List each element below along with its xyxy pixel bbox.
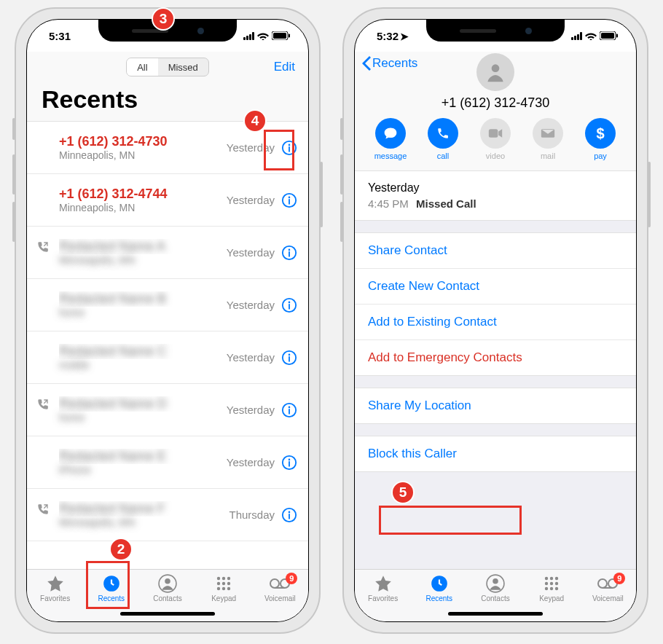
home-indicator[interactable] — [448, 612, 543, 616]
svg-point-31 — [222, 577, 225, 580]
volume-down — [12, 202, 15, 242]
recents-row-subtitle: Minneapolis, MN — [59, 517, 229, 528]
recents-row[interactable]: Redacted Name CmobileYesterday — [27, 331, 308, 384]
svg-rect-14 — [289, 304, 290, 309]
phone-mock-left: 5:31 All Missed Edit Recents +1 (612) 31… — [15, 7, 321, 634]
tab-label: Voicemail — [592, 594, 624, 602]
svg-rect-2 — [289, 34, 290, 38]
recents-list[interactable]: +1 (612) 312-4730Minneapolis, MNYesterda… — [27, 122, 308, 569]
svg-rect-23 — [289, 461, 290, 466]
add-emergency-contact-button[interactable]: Add to Emergency Contacts — [355, 340, 636, 375]
annotation-badge-2: 2 — [109, 538, 133, 561]
segment-missed[interactable]: Missed — [158, 58, 208, 76]
recents-row[interactable]: Redacted Name EiPhoneYesterday — [27, 436, 308, 489]
tab-voicemail[interactable]: Voicemail 9 — [256, 574, 303, 621]
svg-point-32 — [227, 577, 230, 580]
tab-voicemail[interactable]: Voicemail 9 — [584, 574, 631, 621]
status-time: 5:32➤ — [377, 30, 409, 42]
location-icon: ➤ — [400, 31, 409, 42]
tab-label: Contacts — [481, 594, 509, 602]
wifi-icon — [585, 31, 597, 40]
notch — [426, 20, 565, 42]
svg-point-25 — [289, 511, 291, 513]
recents-row[interactable]: Redacted Name FMinneapolis, MNThursday — [27, 489, 308, 541]
recents-row[interactable]: Redacted Name DhomeYesterday — [27, 384, 308, 436]
info-button[interactable] — [280, 139, 298, 157]
recents-row-time: Yesterday — [227, 404, 275, 416]
recents-row-time: Yesterday — [227, 299, 275, 311]
share-location-button[interactable]: Share My Location — [355, 388, 636, 423]
tab-label: Voicemail — [264, 594, 296, 602]
volume-down — [340, 202, 343, 242]
recents-row[interactable]: Redacted Name AMinneapolis, MNYesterday — [27, 227, 308, 279]
avatar — [476, 53, 514, 91]
location-group: Share My Location — [355, 388, 636, 424]
svg-point-34 — [222, 582, 225, 585]
create-new-contact-button[interactable]: Create New Contact — [355, 269, 636, 305]
svg-point-53 — [555, 577, 558, 580]
home-indicator[interactable] — [120, 612, 215, 616]
action-label: message — [374, 152, 407, 160]
annotation-badge-3: 3 — [152, 7, 175, 31]
back-button[interactable]: Recents — [362, 56, 417, 71]
recents-row-title: Redacted Name C — [59, 344, 227, 359]
svg-point-60 — [598, 579, 607, 588]
edit-button[interactable]: Edit — [274, 60, 295, 74]
tab-favorites[interactable]: Favorites — [360, 574, 407, 621]
recents-row[interactable]: +1 (612) 312-4730Minneapolis, MNYesterda… — [27, 122, 308, 174]
svg-point-13 — [289, 301, 291, 303]
outgoing-call-icon — [37, 398, 49, 413]
info-button[interactable] — [280, 454, 298, 471]
block-caller-button[interactable]: Block this Caller — [355, 436, 636, 471]
segmented-control[interactable]: All Missed — [126, 58, 209, 76]
action-message[interactable]: message — [372, 118, 409, 160]
phone-icon — [428, 118, 458, 149]
call-log-type: Missed Call — [416, 197, 476, 210]
recents-row-subtitle: home — [59, 307, 227, 318]
detail-body[interactable]: Yesterday 4:45 PM Missed Call Share Cont… — [355, 171, 636, 569]
recents-row-subtitle: iPhone — [59, 464, 227, 476]
info-button[interactable] — [280, 297, 298, 314]
contact-header: Recents +1 (612) 312-4730 message call v… — [355, 52, 636, 171]
voicemail-badge: 9 — [613, 573, 625, 584]
tab-label: Recents — [425, 594, 452, 602]
back-label: Recents — [372, 56, 417, 71]
segment-all[interactable]: All — [127, 58, 157, 76]
action-video: video — [476, 118, 514, 160]
svg-point-16 — [289, 353, 291, 356]
info-button[interactable] — [280, 506, 298, 524]
info-button[interactable] — [280, 401, 298, 419]
recents-row[interactable]: +1 (612) 312-4744Minneapolis, MNYesterda… — [27, 174, 308, 227]
action-call[interactable]: call — [424, 118, 462, 160]
recents-row[interactable]: Redacted Name BhomeYesterday — [27, 279, 308, 331]
info-button[interactable] — [280, 349, 298, 366]
share-contact-button[interactable]: Share Contact — [355, 233, 636, 269]
call-log-section: Yesterday 4:45 PM Missed Call — [355, 171, 636, 221]
recents-row-time: Yesterday — [227, 246, 275, 259]
action-mail: mail — [529, 118, 567, 160]
svg-point-58 — [550, 587, 553, 590]
mute-switch — [12, 118, 15, 140]
svg-point-10 — [289, 248, 291, 251]
recents-row-title: +1 (612) 312-4730 — [59, 134, 227, 149]
svg-point-52 — [550, 577, 553, 580]
svg-point-29 — [165, 578, 170, 584]
svg-rect-11 — [289, 251, 290, 256]
svg-point-37 — [222, 587, 225, 590]
info-button[interactable] — [280, 244, 298, 262]
svg-rect-46 — [489, 129, 498, 138]
volume-up — [340, 154, 343, 195]
add-existing-contact-button[interactable]: Add to Existing Contact — [355, 305, 636, 340]
nav-header: All Missed Edit — [27, 52, 308, 82]
pay-icon: $ — [585, 118, 616, 149]
svg-point-36 — [217, 587, 220, 590]
tab-favorites[interactable]: Favorites — [32, 574, 79, 621]
action-pay[interactable]: $ pay — [581, 118, 619, 160]
info-button[interactable] — [280, 192, 298, 209]
status-time: 5:31 — [49, 30, 71, 42]
battery-icon — [272, 31, 291, 40]
svg-point-45 — [492, 64, 500, 72]
recents-row-subtitle: home — [59, 412, 227, 423]
action-row: message call video mail $ pay — [372, 118, 619, 160]
svg-point-33 — [217, 582, 220, 585]
